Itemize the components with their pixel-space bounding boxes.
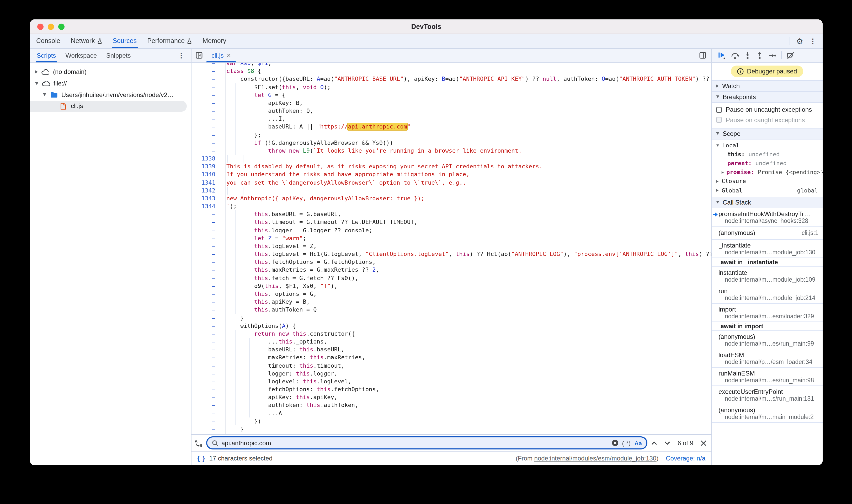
scope-row-promise[interactable]: promise:Promise {<pending>} [712,168,823,177]
line-number[interactable]: – [192,63,225,67]
line-number[interactable]: – [192,258,225,266]
line-number[interactable]: – [192,385,225,393]
line-number[interactable]: 1344 [192,202,225,210]
tree-item-users-jinhuilee-nvm-versions-node-v2-[interactable]: Users/jinhuilee/.nvm/versions/node/v2… [30,89,191,101]
line-number[interactable]: – [192,314,225,322]
sidebar-tab-snippets[interactable]: Snippets [102,49,135,62]
line-number[interactable]: – [192,354,225,362]
code-line[interactable]: – maxRetries: this.maxRetries, [192,354,711,362]
source-origin-link[interactable]: node:internal/modules/esm/module_job:130 [534,455,657,462]
line-number[interactable]: – [192,378,225,385]
scope-row-Closure[interactable]: Closure [712,177,823,186]
settings-gear-icon[interactable]: ⚙ [796,37,803,45]
step-icon[interactable] [768,52,776,59]
line-number[interactable]: 1342 [192,187,225,195]
line-number[interactable]: – [192,266,225,274]
line-number[interactable]: – [192,75,225,83]
code-line[interactable]: – } [192,314,711,322]
step-over-icon[interactable] [730,52,739,59]
find-replace-icon[interactable]: AB [194,439,202,447]
search-input[interactable]: api.anthropic.com (.*) Aa [206,436,647,449]
line-number[interactable]: – [192,338,225,346]
close-search-icon[interactable] [700,440,706,446]
code-line[interactable]: – return new this.constructor({ [192,330,711,338]
line-number[interactable]: – [192,346,225,354]
line-number[interactable]: – [192,131,225,139]
more-options-icon[interactable]: ⋮ [810,37,816,45]
tab-console[interactable]: Console [31,34,66,48]
code-line[interactable]: –var Xs0, $F1, [192,63,711,67]
step-out-icon[interactable] [756,51,763,59]
code-line[interactable]: – }; [192,131,711,139]
coverage-link[interactable]: Coverage: n/a [666,455,705,462]
callstack-frame[interactable]: runMainESMnode:internal/m…es/run_main:98 [712,367,823,386]
scope-row-parent[interactable]: parent:undefined [712,159,823,168]
line-number[interactable]: 1338 [192,155,225,163]
code-editor[interactable]: –var Xs0, $F1,–class $8 {– constructor({… [192,63,711,434]
code-line[interactable]: – let G = { [192,91,711,99]
line-number[interactable]: 1340 [192,171,225,179]
sidebar-tab-workspace[interactable]: Workspace [60,49,102,62]
line-number[interactable]: – [192,393,225,401]
code-line[interactable]: – } [192,425,711,433]
section-breakpoints[interactable]: Breakpoints [712,91,823,103]
code-line[interactable]: – this.logLevel = Hc1(G.logLevel, "Clien… [192,250,711,258]
tab-performance[interactable]: Performance [142,34,197,48]
code-line[interactable]: – constructor({baseURL: A=ao("ANTHROPIC_… [192,75,711,83]
line-number[interactable]: – [192,290,225,298]
code-line[interactable]: 1342 [192,187,711,195]
code-line[interactable]: – this.baseURL = G.baseURL, [192,211,711,218]
code-line[interactable]: – let Z = "warn"; [192,234,711,242]
line-number[interactable]: – [192,123,225,131]
code-line[interactable]: 1338 [192,155,711,163]
line-number[interactable]: 1341 [192,179,225,186]
code-line[interactable]: – withOptions(A) { [192,322,711,330]
callstack-frame[interactable]: (anonymous)node:internal/m…es/run_main:9… [712,331,823,349]
scope-row-Global[interactable]: Globalglobal [712,186,823,195]
section-scope[interactable]: Scope [712,128,823,139]
callstack-frame[interactable]: runnode:internal/m…module_job:214 [712,285,823,303]
callstack-frame[interactable]: loadESMnode:internal/p…/esm_loader:34 [712,349,823,367]
step-into-icon[interactable] [744,51,751,59]
code-line[interactable]: – this.logLevel = Z, [192,242,711,250]
editor-tab-clijs[interactable]: cli.js × [206,49,236,62]
line-number[interactable]: – [192,274,225,282]
callstack-frame[interactable]: promiseInitHookWithDestroyTr…node:intern… [712,208,823,226]
section-callstack[interactable]: Call Stack [712,196,823,208]
tree-item--no-domain-[interactable]: (no domain) [30,66,191,78]
code-line[interactable]: – logger: this.logger, [192,370,711,377]
code-line[interactable]: –class $8 { [192,67,711,75]
line-number[interactable]: 1343 [192,195,225,202]
code-line[interactable]: – baseURL: A || "https://api.anthropic.c… [192,123,711,131]
sidebar-tab-scripts[interactable]: Scripts [32,49,60,62]
line-number[interactable]: – [192,362,225,370]
code-line[interactable]: 1341you can set the \`dangerouslyAllowBr… [192,179,711,186]
code-line[interactable]: – this.logger = G.logger ?? console; [192,226,711,234]
code-line[interactable]: – this.apiKey = B, [192,298,711,306]
clear-search-icon[interactable] [611,439,618,446]
section-watch[interactable]: Watch [712,80,823,91]
code-line[interactable]: – authToken: Q, [192,107,711,115]
line-number[interactable]: – [192,409,225,417]
code-line[interactable]: – fetchOptions: this.fetchOptions, [192,385,711,393]
line-number[interactable]: – [192,218,225,226]
line-number[interactable]: – [192,282,225,290]
code-line[interactable]: – this.authToken = Q [192,306,711,314]
regex-toggle[interactable]: (.*) [622,440,631,446]
callstack-frame[interactable]: importnode:internal/m…esm/loader:329 [712,303,823,322]
close-tab-icon[interactable]: × [227,51,231,59]
code-line[interactable]: – throw new L9(`It looks like you're run… [192,147,711,155]
line-number[interactable]: – [192,330,225,338]
callstack-frame[interactable]: _instantiatenode:internal/m…module_job:1… [712,239,823,258]
match-case-toggle[interactable]: Aa [635,440,642,446]
code-line[interactable]: – this.maxRetries = G.maxRetries ?? 2, [192,266,711,274]
line-number[interactable]: – [192,242,225,250]
toggle-navigator-icon[interactable] [196,52,202,59]
scope-row-Local[interactable]: Local [712,141,823,150]
next-match-icon[interactable] [664,441,671,445]
code-line[interactable]: – baseURL: this.baseURL, [192,346,711,354]
line-number[interactable]: – [192,234,225,242]
code-line[interactable]: – this.fetchOptions = G.fetchOptions, [192,258,711,266]
line-number[interactable]: – [192,322,225,330]
checkbox[interactable] [716,107,722,113]
